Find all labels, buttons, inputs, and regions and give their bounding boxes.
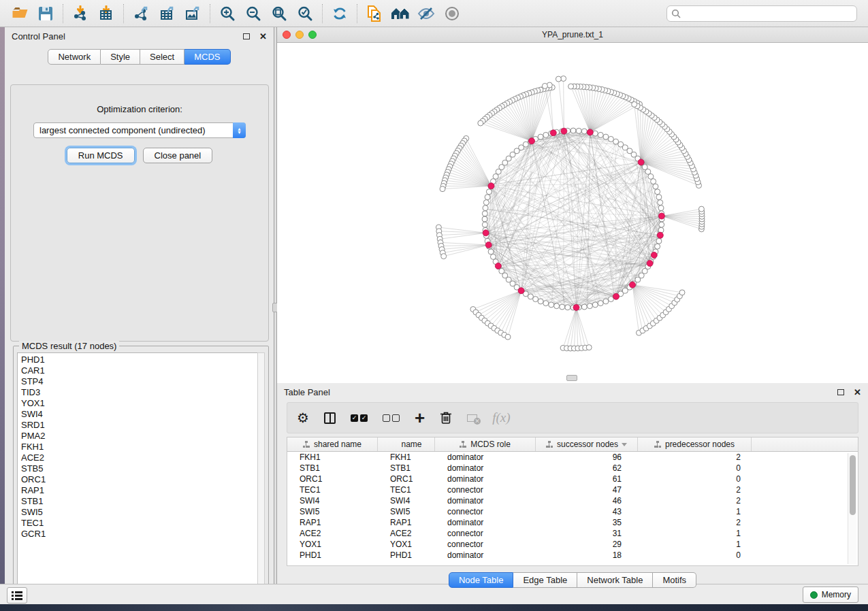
close-window-icon[interactable] — [283, 31, 291, 39]
mcds-list-item[interactable]: TEC1 — [21, 518, 259, 529]
clone-network-icon[interactable] — [363, 3, 386, 24]
minimize-window-icon[interactable] — [295, 31, 304, 39]
export-image-icon[interactable] — [181, 3, 204, 24]
control-panel-title: Control Panel — [12, 31, 65, 42]
import-network-icon[interactable] — [69, 3, 92, 24]
zoom-fit-icon[interactable] — [268, 3, 291, 24]
close-panel-button[interactable]: Close panel — [143, 148, 213, 163]
table-row[interactable]: SWI5SWI5connector431 — [287, 506, 847, 517]
scrollbar-thumb[interactable] — [850, 455, 856, 515]
tab-motifs[interactable]: Motifs — [653, 572, 696, 588]
table-row[interactable]: FKH1FKH1dominator962 — [287, 452, 847, 463]
optimization-criterion-select[interactable]: largest connected component (undirected)… — [33, 122, 246, 138]
add-column-icon[interactable]: + — [415, 411, 425, 425]
apply-layout-icon[interactable] — [328, 3, 351, 24]
tab-network[interactable]: Network — [48, 49, 101, 65]
export-table-icon[interactable] — [155, 3, 178, 24]
tab-network-table[interactable]: Network Table — [577, 572, 653, 588]
toolbar-separator — [322, 4, 323, 23]
node-table: shared namenameMCDS rolesuccessor nodesp… — [287, 437, 858, 566]
network-home-icon[interactable] — [389, 3, 412, 24]
table-cell: SWI4 — [378, 496, 435, 506]
table-cell: 2 — [638, 496, 752, 506]
mcds-list-item[interactable]: FKH1 — [21, 442, 259, 452]
import-table-icon[interactable] — [95, 3, 118, 24]
table-scrollbar[interactable] — [848, 453, 856, 564]
table-cell: RAP1 — [378, 518, 435, 527]
network-canvas[interactable] — [277, 43, 868, 383]
column-header-predecessor-nodes[interactable]: predecessor nodes — [638, 437, 752, 451]
mcds-list-item[interactable]: STP4 — [21, 376, 259, 387]
sort-descending-icon — [622, 443, 627, 446]
close-table-panel-icon[interactable]: ✕ — [854, 388, 861, 397]
table-cell: dominator — [435, 550, 536, 560]
search-input[interactable] — [681, 9, 852, 18]
mcds-list-item[interactable]: ORC1 — [21, 474, 259, 485]
mcds-list-item[interactable]: PMA2 — [21, 431, 259, 442]
dropdown-stepper-icon: ▲▼ — [233, 122, 246, 138]
select-all-icon[interactable]: ✓✓ — [351, 414, 368, 422]
tab-select[interactable]: Select — [140, 49, 184, 65]
shared-column-icon — [654, 441, 662, 448]
tab-mcds[interactable]: MCDS — [184, 49, 230, 65]
memory-button[interactable]: Memory — [803, 587, 858, 603]
show-details-icon[interactable] — [440, 3, 464, 24]
table-row[interactable]: RAP1RAP1dominator352 — [287, 517, 847, 528]
deselect-all-icon[interactable] — [383, 414, 400, 422]
table-cell: 2 — [638, 452, 752, 462]
table-cell: PHD1 — [287, 550, 378, 560]
mcds-list-item[interactable]: CAR1 — [21, 365, 259, 376]
mcds-list-item[interactable]: SRD1 — [21, 420, 259, 431]
task-history-button[interactable] — [7, 587, 27, 604]
zoom-selected-icon[interactable] — [293, 3, 317, 24]
zoom-in-icon[interactable] — [216, 3, 239, 24]
mcds-list-item[interactable]: STB5 — [21, 463, 259, 474]
save-session-icon[interactable] — [34, 3, 57, 24]
column-header-successor-nodes[interactable]: successor nodes — [536, 437, 638, 451]
table-cell: 96 — [536, 452, 638, 462]
mcds-list-item[interactable]: PHD1 — [21, 354, 259, 365]
table-row[interactable]: ORC1ORC1dominator610 — [287, 474, 847, 484]
table-row[interactable]: SWI4SWI4dominator462 — [287, 495, 847, 506]
delete-column-icon[interactable] — [440, 411, 452, 425]
table-cell: dominator — [435, 474, 536, 484]
column-header-MCDS-role[interactable]: MCDS role — [435, 437, 536, 451]
export-network-icon[interactable] — [129, 3, 152, 24]
zoom-out-icon[interactable] — [242, 3, 265, 24]
mcds-list-item[interactable]: YOX1 — [21, 398, 259, 409]
table-cell: 31 — [536, 529, 638, 538]
tab-node-table[interactable]: Node Table — [449, 572, 514, 588]
mcds-list-item[interactable]: SWI5 — [21, 507, 259, 518]
gear-icon[interactable]: ⚙ — [297, 411, 309, 425]
close-panel-icon[interactable]: ✕ — [259, 32, 267, 41]
table-row[interactable]: YOX1YOX1connector291 — [287, 539, 847, 550]
mcds-list-item[interactable]: GCR1 — [21, 529, 259, 540]
column-selector-icon[interactable] — [324, 412, 336, 424]
column-header-shared-name[interactable]: shared name — [287, 437, 378, 451]
table-panel-title: Table Panel — [284, 387, 330, 397]
mcds-list-scrollbar[interactable] — [257, 352, 265, 593]
mcds-list-item[interactable]: ACE2 — [21, 452, 259, 463]
mcds-list-item[interactable]: SWI4 — [21, 409, 259, 420]
float-panel-icon[interactable] — [243, 33, 250, 39]
table-row[interactable]: STB1STB1dominator620 — [287, 463, 847, 474]
horizontal-splitter-grip[interactable] — [566, 375, 577, 381]
network-graph[interactable] — [277, 43, 868, 383]
mcds-list-item[interactable]: TID3 — [21, 387, 259, 398]
mcds-list-item[interactable]: STB1 — [21, 496, 259, 507]
tab-edge-table[interactable]: Edge Table — [513, 572, 577, 588]
table-row[interactable]: PHD1PHD1dominator180 — [287, 550, 847, 561]
open-session-icon[interactable] — [8, 3, 31, 24]
tab-style[interactable]: Style — [101, 49, 140, 65]
mcds-result-list[interactable]: PHD1CAR1STP4TID3YOX1SWI4SRD1PMA2FKH1ACE2… — [17, 352, 259, 593]
run-mcds-button[interactable]: Run MCDS — [67, 148, 135, 163]
toolbar-separator — [210, 4, 210, 23]
table-row[interactable]: ACE2ACE2connector311 — [287, 528, 847, 539]
column-header-name[interactable]: name — [378, 437, 435, 451]
hide-details-icon[interactable] — [415, 3, 438, 24]
maximize-window-icon[interactable] — [308, 31, 317, 39]
mcds-list-item[interactable]: RAP1 — [21, 485, 259, 496]
float-table-panel-icon[interactable] — [837, 389, 844, 395]
table-row[interactable]: TEC1TEC1connector472 — [287, 484, 847, 495]
application-window: Control Panel ✕ NetworkStyleSelectMCDS O… — [0, 0, 868, 611]
